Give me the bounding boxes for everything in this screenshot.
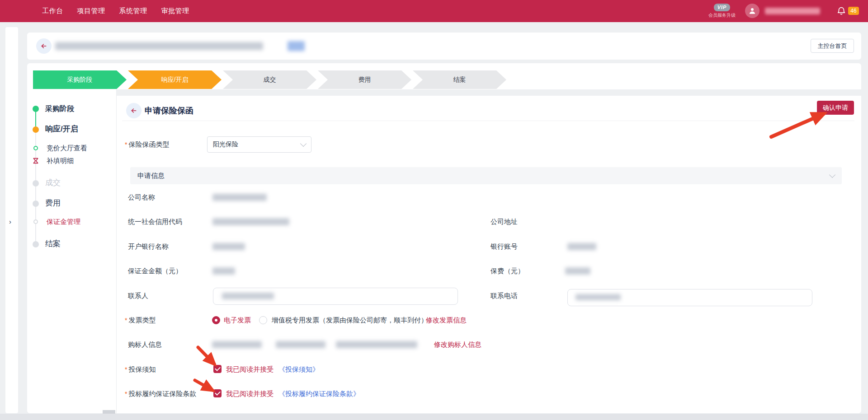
nav-approval-management[interactable]: 审批管理 xyxy=(161,7,189,15)
step-label: 成交 xyxy=(264,76,276,84)
breadcrumb-card: 主控台首页 xyxy=(27,33,861,60)
status-badge-redacted xyxy=(288,41,305,51)
stage-dot-pending xyxy=(33,201,39,207)
avatar[interactable] xyxy=(745,4,760,18)
main-menu: 工作台 项目管理 系统管理 审批管理 xyxy=(42,0,189,22)
contact-input[interactable] xyxy=(213,288,458,305)
radio-vat-invoice[interactable] xyxy=(259,316,267,324)
buyer-info-redacted-1 xyxy=(212,341,262,348)
form-back-button[interactable] xyxy=(126,103,142,118)
required-mark: * xyxy=(125,141,127,148)
guarantee-type-label: *保险保函类型 xyxy=(125,140,169,149)
guarantee-terms-link[interactable]: 《投标履约保证保险条款》 xyxy=(278,390,360,398)
step-response-open: 响应/开启 xyxy=(128,70,222,89)
stage-dot-pending xyxy=(33,241,39,247)
contact-value-redacted xyxy=(222,293,274,299)
apply-info-panel-header[interactable]: 申请信息 xyxy=(130,167,842,184)
panel-title: 申请信息 xyxy=(137,172,830,180)
arrow-left-icon xyxy=(40,42,47,50)
screen: 工作台 项目管理 系统管理 审批管理 VIP 会员服务升级 46 › xyxy=(0,0,868,420)
step-fee: 费用 xyxy=(318,70,411,89)
accept-text: 我已阅读并接受 xyxy=(226,365,274,373)
insurance-notice-checkbox-checked[interactable] xyxy=(213,365,222,373)
chevron-down-icon xyxy=(829,172,835,178)
accept-text: 我已阅读并接受 xyxy=(226,390,274,398)
select-value: 阳光保险 xyxy=(213,140,301,149)
buyer-info-redacted-2 xyxy=(276,341,326,348)
user-icon xyxy=(748,7,756,15)
username-redacted xyxy=(765,8,820,14)
contact-phone-value-redacted xyxy=(576,294,621,300)
notification-count-badge: 46 xyxy=(848,7,859,15)
buyer-info-label: 购标人信息 xyxy=(128,341,162,349)
step-deal: 成交 xyxy=(223,70,316,89)
expand-chevron-icon[interactable]: › xyxy=(9,218,11,225)
guarantee-terms-label: *投标履约保证保险条款 xyxy=(125,390,196,398)
page-title: 申请保险保函 xyxy=(145,105,193,116)
divider-gap xyxy=(117,89,861,96)
company-name-label: 公司名称 xyxy=(128,193,155,201)
stage-dot-active xyxy=(33,126,39,133)
radio-electronic-invoice-label[interactable]: 电子发票 xyxy=(224,316,251,324)
bank-account-redacted xyxy=(567,243,596,250)
page-title-redacted xyxy=(55,42,263,50)
collapse-rail: › xyxy=(5,27,18,413)
content-card: 采购阶段 响应/开启 成交 费用 结案 采购阶段 响应/开启 竞价大厅查看 xyxy=(27,63,861,413)
vip-upgrade-label: 会员服务升级 xyxy=(704,12,740,19)
required-mark: * xyxy=(125,390,127,397)
step-label: 采购阶段 xyxy=(67,76,93,84)
company-name-redacted xyxy=(212,194,267,201)
step-label: 响应/开启 xyxy=(161,76,189,84)
stage-dot-done xyxy=(33,106,39,112)
guarantee-type-select[interactable]: 阳光保险 xyxy=(207,136,311,153)
deposit-amount-label: 保证金金额（元） xyxy=(128,267,182,275)
buyer-info-redacted-3 xyxy=(336,341,417,348)
step-label: 费用 xyxy=(359,76,371,84)
arrow-left-icon xyxy=(130,107,137,114)
bank-name-redacted xyxy=(212,243,245,250)
vip-upgrade[interactable]: VIP 会员服务升级 xyxy=(704,3,740,19)
step-procurement: 采购阶段 xyxy=(33,70,127,89)
radio-electronic-invoice-selected[interactable] xyxy=(212,316,220,324)
nav-system-management[interactable]: 系统管理 xyxy=(119,7,147,15)
radio-vat-invoice-label[interactable]: 增值税专用发票（发票由保险公司邮寄，顺丰到付） xyxy=(272,316,428,324)
console-home-button[interactable]: 主控台首页 xyxy=(811,39,854,53)
guarantee-terms-checkbox-checked[interactable] xyxy=(213,389,222,397)
contact-label: 联系人 xyxy=(128,292,148,300)
step-close: 结案 xyxy=(413,70,506,89)
confirm-apply-button[interactable]: 确认申请 xyxy=(817,101,854,115)
credit-code-label: 统一社会信用代码 xyxy=(128,218,182,226)
bottom-strip xyxy=(0,414,868,420)
required-mark: * xyxy=(125,317,127,324)
stage-dot-pending xyxy=(33,180,39,187)
invoice-type-label: *发票类型 xyxy=(125,316,156,324)
premium-redacted xyxy=(565,267,590,275)
nav-workbench[interactable]: 工作台 xyxy=(42,7,63,15)
contact-phone-label: 联系电话 xyxy=(491,292,518,300)
premium-label: 保费（元） xyxy=(491,267,524,275)
nav-project-management[interactable]: 项目管理 xyxy=(77,7,105,15)
process-steps: 采购阶段 响应/开启 成交 费用 结案 xyxy=(33,70,508,89)
insurance-notice-label: *投保须知 xyxy=(125,365,156,373)
required-mark: * xyxy=(125,366,127,373)
edit-buyer-info-link[interactable]: 修改购标人信息 xyxy=(434,341,481,349)
deposit-amount-redacted xyxy=(212,267,235,275)
step-label: 结案 xyxy=(453,76,466,84)
back-button[interactable] xyxy=(36,38,52,54)
sidebar-divider xyxy=(116,89,117,413)
insurance-notice-link[interactable]: 《投保须知》 xyxy=(278,365,319,374)
vip-icon: VIP xyxy=(714,4,730,11)
substage-ring-done xyxy=(33,146,38,150)
bank-name-label: 开户银行名称 xyxy=(128,243,169,251)
credit-code-redacted xyxy=(212,218,289,225)
bank-account-label: 银行账号 xyxy=(491,243,518,251)
hourglass-icon xyxy=(32,157,39,164)
edit-invoice-info-link[interactable]: 修改发票信息 xyxy=(426,316,467,325)
chevron-down-icon xyxy=(300,140,307,147)
substage-ring-pending xyxy=(33,219,38,224)
contact-phone-input[interactable] xyxy=(567,289,812,306)
top-navbar: 工作台 项目管理 系统管理 审批管理 VIP 会员服务升级 46 xyxy=(0,0,868,22)
header-divider xyxy=(122,121,854,121)
notification-bell-icon[interactable] xyxy=(836,6,846,16)
company-address-label: 公司地址 xyxy=(491,218,518,226)
